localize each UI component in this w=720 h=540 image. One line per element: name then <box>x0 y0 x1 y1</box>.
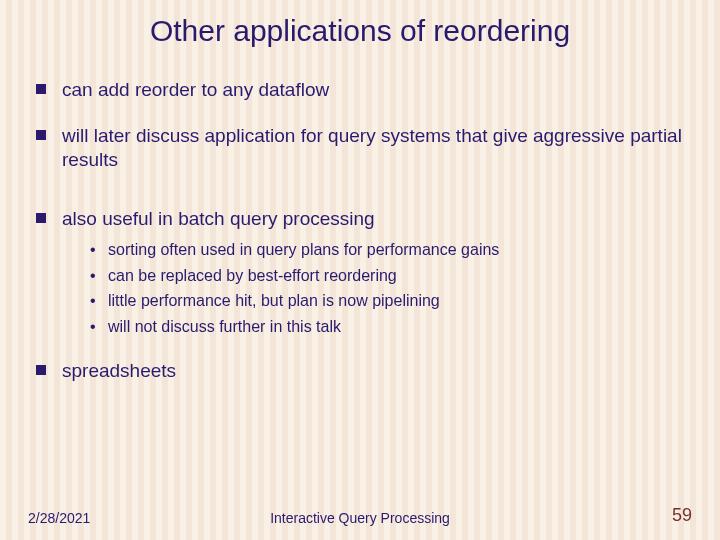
sub-bullet-text: little performance hit, but plan is now … <box>108 292 440 309</box>
bullet-text: also useful in batch query processing <box>62 208 375 229</box>
footer-title: Interactive Query Processing <box>0 510 720 526</box>
slide-title: Other applications of reordering <box>0 0 720 56</box>
bullet-item: can add reorder to any dataflow <box>36 78 684 102</box>
sub-bullet-text: sorting often used in query plans for pe… <box>108 241 499 258</box>
bullet-item: also useful in batch query processing so… <box>36 207 684 337</box>
sub-bullet-text: will not discuss further in this talk <box>108 318 341 335</box>
slide-footer: 2/28/2021 Interactive Query Processing 5… <box>0 505 720 540</box>
bullet-text: spreadsheets <box>62 360 176 381</box>
sub-bullet-item: little performance hit, but plan is now … <box>90 290 684 312</box>
slide-content: Other applications of reordering can add… <box>0 0 720 540</box>
sub-bullet-text: can be replaced by best-effort reorderin… <box>108 267 397 284</box>
bullet-text: can add reorder to any dataflow <box>62 79 329 100</box>
sub-bullet-item: will not discuss further in this talk <box>90 316 684 338</box>
sub-bullet-item: sorting often used in query plans for pe… <box>90 239 684 261</box>
sub-bullet-list: sorting often used in query plans for pe… <box>62 239 684 337</box>
bullet-list: can add reorder to any dataflow will lat… <box>0 78 720 383</box>
bullet-item: spreadsheets <box>36 359 684 383</box>
bullet-text: will later discuss application for query… <box>62 125 682 170</box>
sub-bullet-item: can be replaced by best-effort reorderin… <box>90 265 684 287</box>
bullet-item: will later discuss application for query… <box>36 124 684 172</box>
